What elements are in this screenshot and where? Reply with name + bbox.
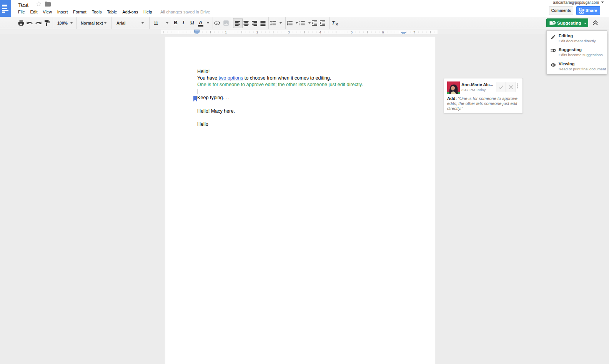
svg-text:3: 3 [288, 30, 290, 34]
svg-text:7: 7 [413, 30, 415, 34]
svg-text:4: 4 [319, 30, 321, 34]
svg-text:2: 2 [256, 30, 258, 34]
svg-text:1: 1 [225, 30, 227, 34]
svg-text:5: 5 [351, 30, 353, 34]
svg-text:6: 6 [382, 30, 384, 34]
